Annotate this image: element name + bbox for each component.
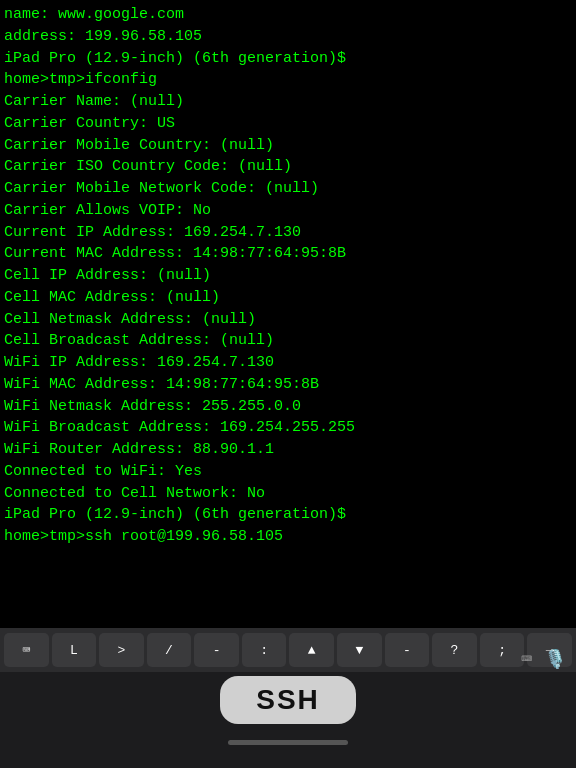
bottom-icons: ⌨️ 🎙️ — [521, 648, 566, 670]
ssh-label-row: SSH ⌨️ 🎙️ — [0, 672, 576, 728]
mic-icon[interactable]: 🎙️ — [544, 648, 566, 670]
dash-key[interactable]: - — [194, 633, 239, 667]
keyboard-icon-key[interactable]: ⌨ — [4, 633, 49, 667]
up-arrow-key[interactable]: ▲ — [289, 633, 334, 667]
home-indicator — [0, 728, 576, 756]
minus-key2[interactable]: - — [385, 633, 430, 667]
keyboard-bar: ⌨L>/-:▲▼-?;→ SSH ⌨️ 🎙️ — [0, 628, 576, 768]
slash-key[interactable]: / — [147, 633, 192, 667]
l-key[interactable]: L — [52, 633, 97, 667]
keyboard-bottom-icon[interactable]: ⌨️ — [521, 648, 532, 670]
down-arrow-key[interactable]: ▼ — [337, 633, 382, 667]
greater-key[interactable]: > — [99, 633, 144, 667]
terminal-output: name: www.google.com address: 199.96.58.… — [0, 0, 576, 628]
semicolon-key[interactable]: ; — [480, 633, 525, 667]
home-bar — [228, 740, 348, 745]
question-key[interactable]: ? — [432, 633, 477, 667]
colon-key[interactable]: : — [242, 633, 287, 667]
ssh-badge: SSH — [220, 676, 356, 724]
special-keys-row: ⌨L>/-:▲▼-?;→ — [0, 628, 576, 672]
